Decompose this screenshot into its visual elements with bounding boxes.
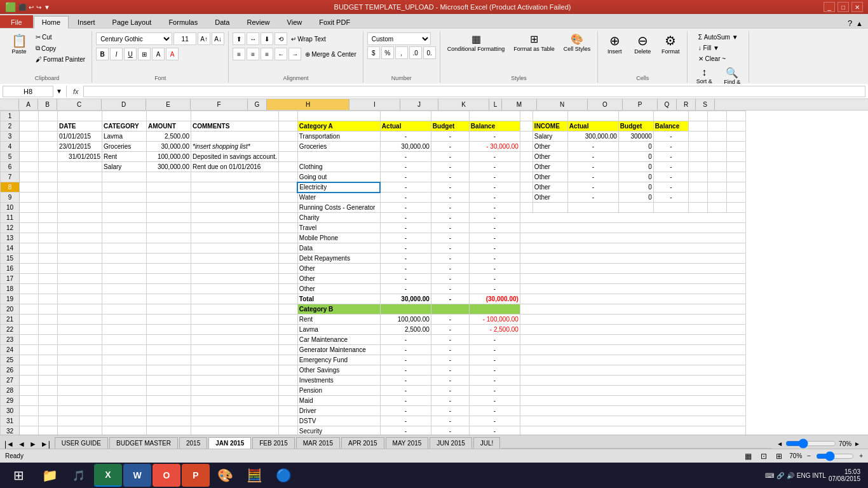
row-num-29[interactable]: 29 <box>1 396 20 406</box>
row-num-31[interactable]: 31 <box>1 416 20 426</box>
income-header[interactable]: INCOME <box>532 121 567 132</box>
font-name-select[interactable]: Century Gothic <box>96 32 172 45</box>
r3h[interactable]: Transportation <box>297 132 380 142</box>
copy-button[interactable]: ⧉Copy <box>33 43 88 53</box>
row-num-3[interactable]: 3 <box>1 132 20 142</box>
normal-view-button[interactable]: ▦ <box>743 452 754 461</box>
cut-button[interactable]: ✂Cut <box>33 32 88 42</box>
taskbar-app6[interactable]: 🧮 <box>240 464 268 487</box>
income-budget-header[interactable]: Budget <box>618 121 653 132</box>
r3m[interactable]: Salary <box>532 132 567 142</box>
clear-button[interactable]: ✕ Clear ~ <box>696 54 734 64</box>
row-num-28[interactable]: 28 <box>1 386 20 396</box>
tab-data[interactable]: Data <box>207 15 238 28</box>
budget-header[interactable]: Budget <box>431 121 469 132</box>
fill-button[interactable]: ↓ Fill ▼ <box>696 43 734 53</box>
tab-insert[interactable]: Insert <box>69 15 104 28</box>
row-num-22[interactable]: 22 <box>1 325 20 335</box>
taskbar-outlook[interactable]: O <box>153 464 180 487</box>
sheet-tab-may-2015[interactable]: MAY 2015 <box>386 437 429 449</box>
row-num-20[interactable]: 20 <box>1 304 20 315</box>
tab-home[interactable]: Home <box>34 16 69 29</box>
row-num-17[interactable]: 17 <box>1 274 20 284</box>
row-num-14[interactable]: 14 <box>1 243 20 254</box>
col-header-S[interactable]: S <box>696 99 715 110</box>
sheet-tab-jun-2015[interactable]: JUN 2015 <box>430 437 471 449</box>
decimal-decrease-button[interactable]: 0. <box>423 46 436 59</box>
col-header-E[interactable]: E <box>146 99 191 110</box>
row-num-23[interactable]: 23 <box>1 335 20 345</box>
col-header-C[interactable]: C <box>57 99 102 110</box>
col-header-F[interactable]: F <box>191 99 248 110</box>
row-num-24[interactable]: 24 <box>1 345 20 355</box>
autosum-button[interactable]: Σ AutoSum ▼ <box>696 32 741 42</box>
row-num-21[interactable]: 21 <box>1 315 20 325</box>
col-header-K[interactable]: K <box>438 99 489 110</box>
font-color-button[interactable]: A <box>166 48 179 60</box>
align-right-button[interactable]: ≡ <box>261 48 273 60</box>
col-header-G[interactable]: G <box>248 99 267 110</box>
category-a-header[interactable]: Category A <box>297 121 380 132</box>
row-num-10[interactable]: 10 <box>1 203 20 213</box>
taskbar-excel[interactable]: X <box>94 464 122 487</box>
sheet-nav-prev[interactable]: ◄ <box>16 440 27 449</box>
tab-review[interactable]: Review <box>238 15 278 28</box>
decimal-increase-button[interactable]: .0 <box>409 46 422 59</box>
scroll-left-icon[interactable]: ◄ <box>776 440 783 447</box>
row-num-5[interactable]: 5 <box>1 152 20 162</box>
r3c5[interactable]: 2,500.00 <box>147 132 191 142</box>
text-orient-button[interactable]: ⟲ <box>275 32 287 45</box>
col-header-R[interactable]: R <box>677 99 696 110</box>
percent-button[interactable]: % <box>381 46 394 59</box>
row-num-18[interactable]: 18 <box>1 284 20 294</box>
sheet-tab-feb-2015[interactable]: FEB 2015 <box>252 437 294 449</box>
taskbar-file-explorer[interactable]: 📁 <box>36 464 64 487</box>
format-button[interactable]: ⚙ Format <box>658 32 683 57</box>
col-header-B[interactable]: B <box>38 99 57 110</box>
row-num-15[interactable]: 15 <box>1 254 20 264</box>
italic-button[interactable]: I <box>110 48 123 60</box>
r3c3[interactable]: 01/01/2015 <box>58 132 102 142</box>
col-header-O[interactable]: O <box>588 99 623 110</box>
sheet-nav-next[interactable]: ► <box>27 440 39 449</box>
bold-button[interactable]: B <box>96 48 109 60</box>
row-num-32[interactable]: 32 <box>1 426 20 435</box>
page-layout-view-button[interactable]: ⊡ <box>759 452 769 461</box>
income-actual-header[interactable]: Actual <box>567 121 618 132</box>
sheet-tab-2015[interactable]: 2015 <box>179 437 207 449</box>
col-header-P[interactable]: P <box>623 99 658 110</box>
row-num-12[interactable]: 12 <box>1 223 20 233</box>
row-num-26[interactable]: 26 <box>1 365 20 376</box>
sheet-tab-mar-2015[interactable]: MAR 2015 <box>296 437 340 449</box>
close-button[interactable]: ✕ <box>851 2 863 12</box>
sheet-tab-jan-2015[interactable]: JAN 2015 <box>208 437 251 449</box>
row-num-30[interactable]: 30 <box>1 406 20 416</box>
tab-view[interactable]: View <box>279 15 311 28</box>
align-center-button[interactable]: ≡ <box>247 48 259 60</box>
amount-header[interactable]: AMOUNT <box>147 121 191 132</box>
tab-foxit[interactable]: Foxit PDF <box>311 15 358 28</box>
currency-button[interactable]: $ <box>367 46 380 59</box>
col-header-D[interactable]: D <box>102 99 146 110</box>
paste-button[interactable]: 📋 Paste <box>6 32 32 57</box>
zoom-slider[interactable] <box>785 440 836 447</box>
col-header-M[interactable]: M <box>502 99 537 110</box>
number-format-select[interactable]: Custom General Number Currency <box>367 32 431 45</box>
sheet-tab-jul-2015[interactable]: JUL! <box>473 437 501 449</box>
scroll-right-icon[interactable]: ► <box>854 440 860 447</box>
indent-decrease-button[interactable]: ← <box>275 48 287 60</box>
tab-page-layout[interactable]: Page Layout <box>104 15 160 28</box>
format-as-table-button[interactable]: ⊞ Format as Table <box>510 32 557 54</box>
row-num-27[interactable]: 27 <box>1 376 20 386</box>
row-num-6[interactable]: 6 <box>1 162 20 172</box>
align-top-button[interactable]: ⬆ <box>233 32 245 45</box>
align-left-button[interactable]: ≡ <box>233 48 245 60</box>
row-num-8[interactable]: 8 <box>1 182 20 193</box>
col-header-Q[interactable]: Q <box>658 99 677 110</box>
zoom-in-icon[interactable]: + <box>859 452 863 459</box>
row-num-16[interactable]: 16 <box>1 264 20 274</box>
taskbar-powerpoint[interactable]: P <box>182 464 210 487</box>
cell-ref-dropdown[interactable]: ▼ <box>56 88 62 95</box>
row-num-11[interactable]: 11 <box>1 213 20 223</box>
sheet-nav-first[interactable]: |◄ <box>3 440 16 449</box>
